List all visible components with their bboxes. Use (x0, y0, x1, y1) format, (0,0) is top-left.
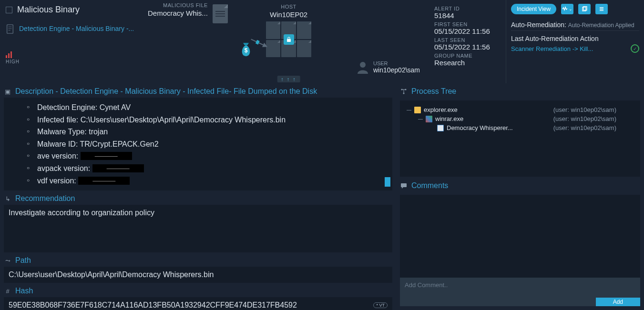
file-icon (213, 4, 228, 23)
alert-id-label: ALERT ID (434, 6, 506, 11)
desc-item: Malware Type: trojan (37, 126, 387, 138)
svg-point-9 (360, 62, 366, 68)
recommendation-text: Investigate according to organization po… (4, 205, 392, 252)
alert-id-value: 51844 (434, 11, 506, 20)
path-icon: ⤳ (4, 257, 11, 264)
path-title: Path (15, 256, 31, 265)
alert-diagram: MALICIOUS FILE Democracy Whis... HOST Wi… (143, 0, 434, 83)
select-alert-checkbox[interactable] (6, 7, 12, 13)
remediation-action-link[interactable]: Scanner Remediation -> Kill... (511, 45, 593, 52)
user-name: win10ep02\sam (373, 66, 420, 74)
detection-link[interactable]: Detection Engine - Malicious Binary -... (19, 24, 134, 34)
svg-rect-0 (7, 25, 13, 33)
description-content: Detection Engine: Cynet AV Infected file… (4, 98, 392, 190)
process-icon (437, 125, 444, 131)
malicious-file-label: MALICIOUS FILE (148, 2, 208, 8)
success-check-icon: ✓ (631, 44, 639, 53)
lock-icon (284, 34, 294, 45)
severity-bars-icon (6, 50, 137, 58)
recommendation-icon: ↳ (4, 195, 11, 202)
add-comment-button[interactable]: Add (596, 298, 640, 306)
first-seen-value: 05/15/2022 11:56 (434, 27, 506, 35)
process-tree-icon (400, 88, 408, 95)
svg-rect-20 (401, 183, 407, 187)
virustotal-button[interactable]: * VT (373, 302, 388, 308)
recommendation-title: Recommendation (15, 194, 75, 203)
process-name: winrar.exe (435, 115, 463, 122)
user-icon (356, 60, 369, 74)
desc-item: Malware ID: TR/Crypt.EPACK.Gen2 (37, 138, 387, 150)
process-tree-title: Process Tree (411, 87, 456, 96)
description-title: Description - Detection Engine - Malicio… (15, 87, 317, 96)
process-row[interactable]: — explorer.exe (user: win10ep02\sam) (405, 105, 635, 114)
process-user: (user: win10ep02\sam) (553, 106, 635, 113)
last-seen-label: LAST SEEN (434, 37, 506, 43)
process-row[interactable]: — winrar.exe (user: win10ep02\sam) (405, 114, 635, 123)
hash-icon: # (4, 287, 11, 295)
process-user: (user: win10ep02\sam) (553, 115, 635, 122)
malicious-file-name: Democracy Whis... (148, 9, 208, 17)
collapse-icon[interactable]: — (418, 116, 423, 121)
collapse-toggle[interactable]: ↑ ↑ ↑ (277, 76, 300, 82)
svg-rect-4 (287, 39, 291, 42)
svg-rect-8 (255, 40, 259, 45)
host-label: HOST (266, 4, 312, 10)
process-row[interactable]: Democracy Whisperer... (user: win10ep02\… (405, 123, 635, 132)
auto-remediation-label: Auto-Remediation: (511, 21, 566, 29)
first-seen-label: FIRST SEEN (434, 21, 506, 27)
document-icon (6, 24, 14, 34)
desc-item: Detection Engine: Cynet AV (37, 101, 387, 114)
comments-list (400, 195, 640, 278)
host-name: Win10EP02 (266, 10, 312, 19)
comments-icon (400, 182, 408, 190)
collapse-icon[interactable]: — (407, 107, 411, 112)
process-name: Democracy Whisperer... (447, 124, 513, 131)
svg-marker-21 (402, 187, 403, 189)
process-user: (user: win10ep02\sam) (553, 124, 635, 131)
user-label: USER (373, 60, 420, 66)
desc-item: avpack version: xxxxxx (37, 162, 387, 175)
activity-dropdown-button[interactable] (561, 4, 573, 14)
desc-item: ave version: xxxxxx (37, 150, 387, 162)
auto-remediation-value: Auto-Remediation Applied (568, 22, 634, 29)
list-button[interactable] (595, 4, 608, 14)
comments-title: Comments (411, 181, 448, 190)
desc-item: Infected file: C:\Users\user\Desktop\Apr… (37, 114, 387, 126)
last-seen-value: 05/15/2022 11:56 (434, 43, 506, 51)
alert-title: Malicious Binary (17, 5, 80, 15)
comment-input[interactable] (400, 278, 640, 298)
hash-value: 59E0E38B068F736E7F618C714A116AD13FB50A19… (9, 301, 297, 310)
group-label: GROUP NAME (434, 53, 506, 59)
svg-text:$: $ (244, 47, 247, 54)
process-icon (414, 107, 421, 113)
incident-view-button[interactable]: Incident View (511, 4, 556, 14)
last-action-label: Last Auto-Remediation Action (511, 31, 639, 44)
description-icon: ▣ (4, 88, 11, 95)
ransomware-icon: $ (266, 21, 312, 57)
desc-item: vdf version: xxxxxx (37, 175, 387, 187)
severity-label: HIGH (6, 59, 137, 64)
process-name: explorer.exe (424, 106, 458, 113)
path-value: C:\Users\user\Desktop\April\April\Democr… (4, 267, 392, 283)
copy-button[interactable] (578, 4, 591, 14)
hash-title: Hash (15, 287, 33, 295)
process-tree: — explorer.exe (user: win10ep02\sam) — w… (400, 100, 640, 177)
group-value: Research (434, 59, 506, 67)
process-icon (426, 116, 432, 122)
